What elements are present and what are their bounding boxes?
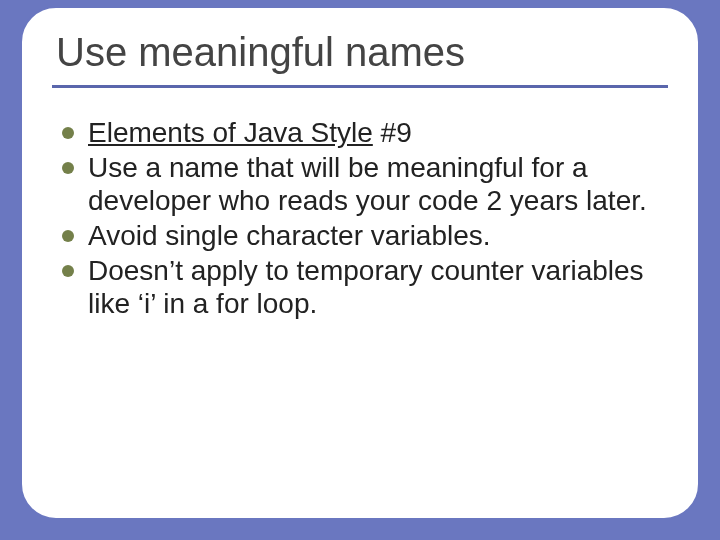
list-item-text: Use a name that will be meaningful for a… [88, 152, 647, 216]
list-item: Doesn’t apply to temporary counter varia… [62, 254, 664, 320]
underline-text: Elements of Java Style [88, 117, 373, 148]
list-item-text: #9 [373, 117, 412, 148]
bullet-list: Elements of Java Style #9 Use a name tha… [52, 116, 668, 320]
slide-card: Use meaningful names Elements of Java St… [20, 6, 700, 520]
list-item: Elements of Java Style #9 [62, 116, 664, 149]
list-item: Use a name that will be meaningful for a… [62, 151, 664, 217]
list-item-text: Avoid single character variables. [88, 220, 491, 251]
list-item-text: Doesn’t apply to temporary counter varia… [88, 255, 644, 319]
slide-title: Use meaningful names [56, 30, 668, 75]
list-item: Avoid single character variables. [62, 219, 664, 252]
title-rule [52, 85, 668, 88]
slide-background: Use meaningful names Elements of Java St… [0, 0, 720, 540]
